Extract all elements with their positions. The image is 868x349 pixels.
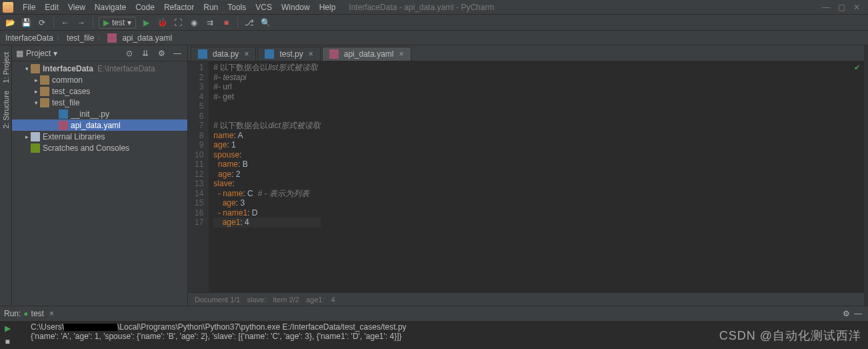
- line-gutter: 1234567891011121314151617: [188, 61, 209, 292]
- code-editor[interactable]: 1234567891011121314151617 # 以下数据会以list形式…: [188, 61, 864, 292]
- menu-tools[interactable]: Tools: [223, 1, 250, 13]
- toolbar-sep: [237, 17, 238, 28]
- open-icon[interactable]: 📂: [4, 17, 16, 29]
- run-indicator-icon: ●: [23, 309, 28, 318]
- close-icon[interactable]: ×: [399, 49, 403, 59]
- minimize-icon[interactable]: —: [822, 3, 830, 12]
- yaml-icon: [107, 33, 117, 43]
- bc-file[interactable]: api_data.yaml: [122, 33, 172, 43]
- menu-window[interactable]: Window: [277, 1, 314, 13]
- coverage-icon[interactable]: ⛶: [172, 17, 184, 29]
- close-icon[interactable]: ×: [309, 49, 313, 59]
- hide-icon[interactable]: —: [171, 47, 183, 59]
- tree-file-init[interactable]: __init__.py: [12, 108, 187, 119]
- code-content[interactable]: # 以下数据会以list形式被读取#- testapi#- url#- get#…: [209, 61, 321, 292]
- editor-tabs: data.py× test.py× api_data.yaml×: [188, 45, 864, 61]
- python-icon: [59, 109, 68, 119]
- menu-vcs[interactable]: VCS: [251, 1, 276, 13]
- hide-icon[interactable]: —: [852, 308, 864, 320]
- gear-icon[interactable]: ⚙: [155, 47, 167, 59]
- chevron-right-icon: 〉: [56, 32, 64, 43]
- tree-file-apidata[interactable]: api_data.yaml: [12, 119, 187, 131]
- run-config-label: test: [112, 18, 125, 27]
- menu-code[interactable]: Code: [131, 1, 159, 13]
- gear-icon[interactable]: ⚙: [840, 308, 852, 320]
- save-icon[interactable]: 💾: [20, 17, 32, 29]
- inspection-ok-icon[interactable]: ✔: [854, 63, 860, 73]
- tree-external-libraries[interactable]: ▸External Libraries: [12, 131, 187, 142]
- stop-icon[interactable]: ■: [220, 17, 232, 29]
- project-tree[interactable]: ▾InterfaceDataE:\InterfaceData ▸common ▸…: [12, 61, 187, 155]
- menu-edit[interactable]: Edit: [41, 1, 63, 13]
- tree-scratches[interactable]: Scratches and Consoles: [12, 142, 187, 153]
- search-icon[interactable]: 🔍: [259, 17, 271, 29]
- folder-icon: [40, 75, 49, 85]
- bc-folder[interactable]: test_file: [67, 33, 94, 43]
- git-icon[interactable]: ⎇: [243, 17, 255, 29]
- tree-root[interactable]: ▾InterfaceDataE:\InterfaceData: [12, 63, 187, 74]
- maximize-icon[interactable]: ▢: [838, 3, 845, 12]
- folder-icon: [40, 98, 49, 107]
- chevron-right-icon: 〉: [97, 32, 105, 43]
- close-icon[interactable]: ×: [244, 49, 249, 59]
- breadcrumb: InterfaceData 〉 test_file 〉 api_data.yam…: [0, 31, 868, 45]
- menu-refactor[interactable]: Refactor: [160, 1, 198, 13]
- tab-apidata-yaml[interactable]: api_data.yaml×: [322, 47, 411, 61]
- chevron-down-icon: ▾: [127, 18, 131, 27]
- run-label: Run:: [4, 309, 21, 318]
- menu-navigate[interactable]: Navigate: [91, 1, 130, 13]
- redacted-block: [64, 324, 117, 331]
- menu-view[interactable]: View: [64, 1, 89, 13]
- folder-icon: [40, 87, 49, 96]
- reload-icon[interactable]: ⟳: [36, 17, 48, 29]
- bc-project[interactable]: InterfaceData: [5, 33, 53, 43]
- project-panel-title[interactable]: ▦Project▾: [16, 49, 123, 58]
- close-icon[interactable]: ×: [49, 309, 54, 318]
- menu-run[interactable]: Run: [199, 1, 222, 13]
- tab-data-py[interactable]: data.py×: [191, 47, 256, 61]
- folder-icon: [31, 64, 40, 73]
- locate-icon[interactable]: ⊙: [123, 47, 135, 59]
- run-output[interactable]: C:\Users\\Local\Programs\Python\Python37…: [28, 321, 868, 349]
- toolbar-sep: [53, 17, 54, 28]
- collapse-icon[interactable]: ⇊: [139, 47, 151, 59]
- chevron-down-icon: ▾: [53, 49, 57, 58]
- menu-help[interactable]: Help: [315, 1, 340, 13]
- close-icon[interactable]: ✕: [853, 3, 860, 12]
- run-config-name[interactable]: test: [31, 309, 44, 318]
- tab-test-py[interactable]: test.py×: [257, 47, 320, 61]
- editor-right-margin: [864, 45, 868, 306]
- yaml-icon: [59, 121, 68, 130]
- debug-icon[interactable]: 🐞: [156, 17, 168, 29]
- stop-run-icon[interactable]: ■: [1, 336, 13, 348]
- menu-file[interactable]: File: [19, 1, 39, 13]
- python-icon: [265, 49, 274, 59]
- tree-folder-testfile[interactable]: ▾test_file: [12, 97, 187, 108]
- tree-folder-testcases[interactable]: ▸test_cases: [12, 85, 187, 97]
- run-config-select[interactable]: ▶ test ▾: [99, 17, 136, 29]
- profile-icon[interactable]: ◉: [188, 17, 200, 29]
- concurrency-icon[interactable]: ⇉: [204, 17, 216, 29]
- forward-icon[interactable]: →: [75, 17, 87, 29]
- editor-breadcrumb: Document 1/1 slave: Item 2/2 age1: 4: [188, 292, 864, 306]
- python-icon: [198, 49, 207, 59]
- sidebar-tab-project[interactable]: 1: Project: [1, 48, 11, 87]
- sidebar-tab-structure[interactable]: 2: Structure: [1, 87, 11, 133]
- window-title: InterfaceData - api_data.yaml - PyCharm: [349, 3, 821, 12]
- back-icon[interactable]: ←: [59, 17, 71, 29]
- library-icon: [31, 132, 40, 141]
- yaml-icon: [329, 49, 339, 59]
- rerun-icon[interactable]: ▶: [1, 322, 13, 334]
- scratch-icon: [31, 143, 40, 153]
- app-logo: [3, 2, 13, 13]
- run-icon[interactable]: ▶: [140, 17, 152, 29]
- tree-folder-common[interactable]: ▸common: [12, 74, 187, 85]
- toolbar-sep: [93, 17, 93, 28]
